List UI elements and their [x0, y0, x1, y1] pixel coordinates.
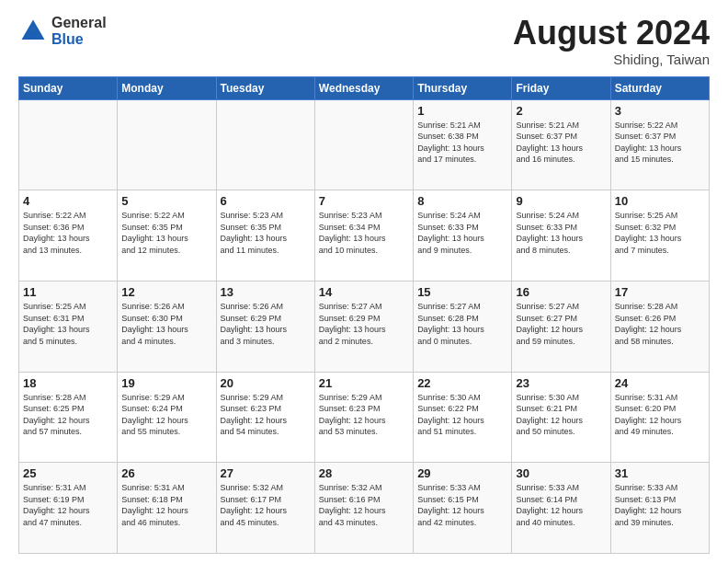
day-number: 2 — [516, 104, 606, 118]
day-info: Sunrise: 5:28 AM Sunset: 6:26 PM Dayligh… — [615, 301, 705, 347]
day-info: Sunrise: 5:23 AM Sunset: 6:35 PM Dayligh… — [221, 210, 311, 256]
calendar-cell — [216, 99, 314, 190]
day-info: Sunrise: 5:28 AM Sunset: 6:25 PM Dayligh… — [23, 392, 113, 438]
calendar-cell: 4Sunrise: 5:22 AM Sunset: 6:36 PM Daylig… — [19, 190, 118, 282]
day-number: 22 — [417, 376, 507, 390]
weekday-header-tuesday: Tuesday — [216, 76, 314, 99]
day-info: Sunrise: 5:26 AM Sunset: 6:29 PM Dayligh… — [221, 301, 311, 347]
day-info: Sunrise: 5:30 AM Sunset: 6:21 PM Dayligh… — [516, 392, 606, 438]
day-number: 15 — [417, 285, 507, 299]
day-info: Sunrise: 5:27 AM Sunset: 6:28 PM Dayligh… — [417, 301, 507, 347]
calendar-cell: 1Sunrise: 5:21 AM Sunset: 6:38 PM Daylig… — [414, 99, 512, 190]
week-row-2: 4Sunrise: 5:22 AM Sunset: 6:36 PM Daylig… — [19, 190, 710, 282]
day-number: 18 — [23, 376, 113, 390]
calendar-cell: 24Sunrise: 5:31 AM Sunset: 6:20 PM Dayli… — [610, 372, 709, 463]
calendar-cell: 14Sunrise: 5:27 AM Sunset: 6:29 PM Dayli… — [314, 281, 413, 372]
day-info: Sunrise: 5:22 AM Sunset: 6:35 PM Dayligh… — [121, 210, 211, 256]
svg-rect-2 — [29, 31, 36, 40]
weekday-header-row: SundayMondayTuesdayWednesdayThursdayFrid… — [19, 76, 710, 99]
day-info: Sunrise: 5:27 AM Sunset: 6:27 PM Dayligh… — [516, 301, 606, 347]
day-info: Sunrise: 5:33 AM Sunset: 6:14 PM Dayligh… — [516, 482, 606, 528]
calendar-cell: 17Sunrise: 5:28 AM Sunset: 6:26 PM Dayli… — [610, 281, 709, 372]
day-number: 10 — [615, 194, 705, 208]
calendar-cell: 29Sunrise: 5:33 AM Sunset: 6:15 PM Dayli… — [414, 463, 512, 554]
calendar-cell: 3Sunrise: 5:22 AM Sunset: 6:37 PM Daylig… — [610, 99, 709, 190]
calendar-cell: 12Sunrise: 5:26 AM Sunset: 6:30 PM Dayli… — [118, 281, 216, 372]
calendar-cell: 27Sunrise: 5:32 AM Sunset: 6:17 PM Dayli… — [216, 463, 314, 554]
day-info: Sunrise: 5:29 AM Sunset: 6:23 PM Dayligh… — [221, 392, 311, 438]
day-number: 3 — [615, 104, 705, 118]
week-row-3: 11Sunrise: 5:25 AM Sunset: 6:31 PM Dayli… — [19, 281, 710, 372]
day-info: Sunrise: 5:24 AM Sunset: 6:33 PM Dayligh… — [417, 210, 507, 256]
calendar-cell: 30Sunrise: 5:33 AM Sunset: 6:14 PM Dayli… — [512, 463, 610, 554]
day-info: Sunrise: 5:33 AM Sunset: 6:15 PM Dayligh… — [417, 482, 507, 528]
day-info: Sunrise: 5:27 AM Sunset: 6:29 PM Dayligh… — [319, 301, 409, 347]
logo-icon — [18, 17, 48, 46]
calendar-cell: 8Sunrise: 5:24 AM Sunset: 6:33 PM Daylig… — [414, 190, 512, 282]
day-number: 24 — [615, 376, 705, 390]
calendar-cell: 26Sunrise: 5:31 AM Sunset: 6:18 PM Dayli… — [118, 463, 216, 554]
day-info: Sunrise: 5:25 AM Sunset: 6:31 PM Dayligh… — [23, 301, 113, 347]
day-number: 6 — [221, 194, 311, 208]
calendar-cell: 13Sunrise: 5:26 AM Sunset: 6:29 PM Dayli… — [216, 281, 314, 372]
day-number: 7 — [319, 194, 409, 208]
calendar-body: 1Sunrise: 5:21 AM Sunset: 6:38 PM Daylig… — [19, 99, 710, 553]
day-info: Sunrise: 5:22 AM Sunset: 6:37 PM Dayligh… — [615, 120, 705, 166]
day-number: 30 — [516, 466, 606, 480]
day-number: 12 — [121, 285, 211, 299]
day-number: 11 — [23, 285, 113, 299]
day-info: Sunrise: 5:29 AM Sunset: 6:23 PM Dayligh… — [319, 392, 409, 438]
day-number: 1 — [417, 104, 507, 118]
week-row-1: 1Sunrise: 5:21 AM Sunset: 6:38 PM Daylig… — [19, 99, 710, 190]
day-number: 16 — [516, 285, 606, 299]
week-row-4: 18Sunrise: 5:28 AM Sunset: 6:25 PM Dayli… — [19, 372, 710, 463]
calendar-cell: 19Sunrise: 5:29 AM Sunset: 6:24 PM Dayli… — [118, 372, 216, 463]
weekday-header-friday: Friday — [512, 76, 610, 99]
logo: General Blue — [18, 15, 107, 47]
day-number: 9 — [516, 194, 606, 208]
calendar-cell: 23Sunrise: 5:30 AM Sunset: 6:21 PM Dayli… — [512, 372, 610, 463]
calendar-cell: 31Sunrise: 5:33 AM Sunset: 6:13 PM Dayli… — [610, 463, 709, 554]
day-info: Sunrise: 5:31 AM Sunset: 6:20 PM Dayligh… — [615, 392, 705, 438]
header: General Blue August 2024 Shiding, Taiwan — [18, 15, 710, 67]
logo-general: General — [51, 15, 107, 31]
day-number: 23 — [516, 376, 606, 390]
calendar-cell: 10Sunrise: 5:25 AM Sunset: 6:32 PM Dayli… — [610, 190, 709, 282]
day-info: Sunrise: 5:26 AM Sunset: 6:30 PM Dayligh… — [121, 301, 211, 347]
day-info: Sunrise: 5:25 AM Sunset: 6:32 PM Dayligh… — [615, 210, 705, 256]
calendar-cell: 2Sunrise: 5:21 AM Sunset: 6:37 PM Daylig… — [512, 99, 610, 190]
calendar-cell: 22Sunrise: 5:30 AM Sunset: 6:22 PM Dayli… — [414, 372, 512, 463]
day-number: 17 — [615, 285, 705, 299]
calendar-cell: 15Sunrise: 5:27 AM Sunset: 6:28 PM Dayli… — [414, 281, 512, 372]
location-subtitle: Shiding, Taiwan — [513, 52, 710, 67]
weekday-header-monday: Monday — [118, 76, 216, 99]
calendar-cell: 7Sunrise: 5:23 AM Sunset: 6:34 PM Daylig… — [314, 190, 413, 282]
day-number: 31 — [615, 466, 705, 480]
day-number: 28 — [319, 466, 409, 480]
day-number: 26 — [121, 466, 211, 480]
calendar-cell — [118, 99, 216, 190]
calendar-cell: 11Sunrise: 5:25 AM Sunset: 6:31 PM Dayli… — [19, 281, 118, 372]
day-info: Sunrise: 5:21 AM Sunset: 6:38 PM Dayligh… — [417, 120, 507, 166]
day-info: Sunrise: 5:29 AM Sunset: 6:24 PM Dayligh… — [121, 392, 211, 438]
day-info: Sunrise: 5:32 AM Sunset: 6:17 PM Dayligh… — [221, 482, 311, 528]
day-number: 14 — [319, 285, 409, 299]
day-info: Sunrise: 5:31 AM Sunset: 6:19 PM Dayligh… — [23, 482, 113, 528]
calendar-cell: 28Sunrise: 5:32 AM Sunset: 6:16 PM Dayli… — [314, 463, 413, 554]
logo-text: General Blue — [51, 15, 107, 47]
calendar-cell: 9Sunrise: 5:24 AM Sunset: 6:33 PM Daylig… — [512, 190, 610, 282]
calendar-cell: 21Sunrise: 5:29 AM Sunset: 6:23 PM Dayli… — [314, 372, 413, 463]
day-info: Sunrise: 5:24 AM Sunset: 6:33 PM Dayligh… — [516, 210, 606, 256]
calendar-cell: 5Sunrise: 5:22 AM Sunset: 6:35 PM Daylig… — [118, 190, 216, 282]
day-number: 4 — [23, 194, 113, 208]
page: General Blue August 2024 Shiding, Taiwan… — [0, 0, 728, 563]
calendar-cell: 25Sunrise: 5:31 AM Sunset: 6:19 PM Dayli… — [19, 463, 118, 554]
day-number: 8 — [417, 194, 507, 208]
weekday-header-thursday: Thursday — [414, 76, 512, 99]
day-info: Sunrise: 5:32 AM Sunset: 6:16 PM Dayligh… — [319, 482, 409, 528]
logo-blue: Blue — [51, 31, 107, 48]
day-number: 25 — [23, 466, 113, 480]
day-number: 27 — [221, 466, 311, 480]
day-number: 5 — [121, 194, 211, 208]
calendar-table: SundayMondayTuesdayWednesdayThursdayFrid… — [18, 76, 710, 554]
